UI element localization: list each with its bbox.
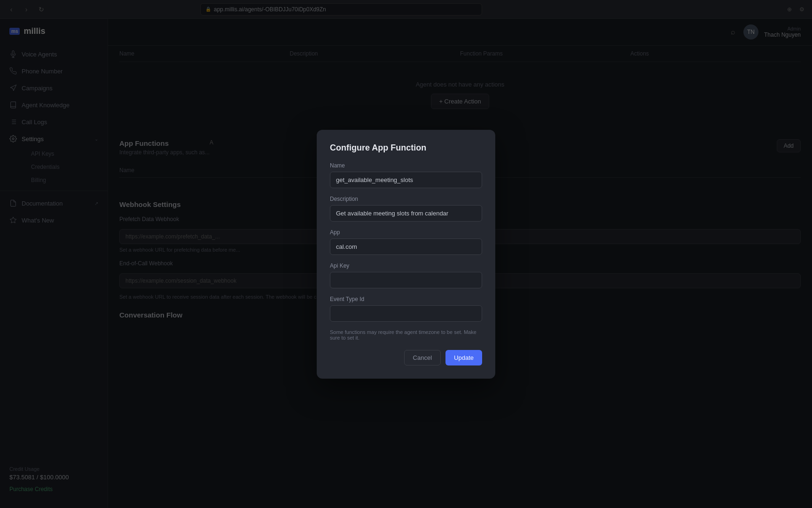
app-field: App — [330, 229, 482, 255]
event-type-id-input[interactable] — [330, 305, 482, 322]
modal-overlay[interactable]: Configure App Function Name Description … — [0, 0, 812, 508]
modal-hint: Some functions may require the agent tim… — [330, 329, 482, 341]
name-input[interactable] — [330, 172, 482, 188]
api-key-label: Api Key — [330, 262, 482, 269]
description-label: Description — [330, 196, 482, 202]
api-key-input[interactable] — [330, 272, 482, 288]
app-label: App — [330, 229, 482, 236]
cancel-button[interactable]: Cancel — [404, 350, 441, 365]
event-type-id-label: Event Type Id — [330, 296, 482, 302]
name-field: Name — [330, 162, 482, 188]
event-type-id-field: Event Type Id — [330, 296, 482, 322]
description-input[interactable] — [330, 205, 482, 222]
app-input[interactable] — [330, 238, 482, 255]
api-key-field: Api Key — [330, 262, 482, 288]
configure-app-function-modal: Configure App Function Name Description … — [317, 130, 495, 379]
modal-actions: Cancel Update — [330, 350, 482, 365]
description-field: Description — [330, 196, 482, 222]
modal-title: Configure App Function — [330, 143, 482, 153]
name-label: Name — [330, 162, 482, 169]
update-button[interactable]: Update — [445, 350, 482, 365]
